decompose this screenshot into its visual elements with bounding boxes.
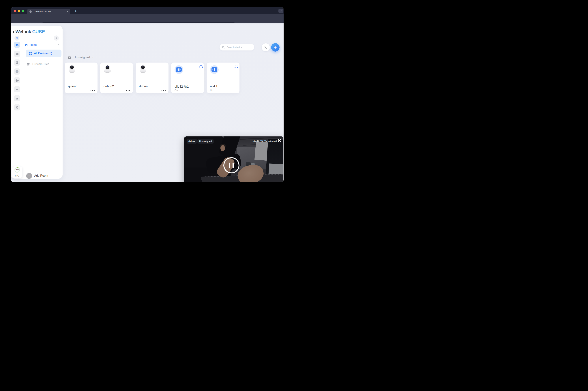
app-logo: eWeLink CUBE — [13, 29, 45, 34]
chevron-up-icon[interactable] — [57, 44, 60, 46]
docker-whale-icon — [15, 79, 19, 82]
group-label: Unassigned — [74, 56, 90, 59]
logo-product: CUBE — [32, 29, 45, 34]
minimize-window-button[interactable] — [18, 10, 20, 12]
switch-icon — [176, 67, 182, 72]
sidebar-item-home[interactable] — [14, 42, 20, 48]
network-hub-icon — [264, 45, 268, 49]
group-header-unassigned[interactable]: Unassigned ▲ — [67, 55, 94, 60]
home-icon — [25, 43, 28, 46]
device-card-camera[interactable]: dahua2 — [100, 63, 133, 93]
sidebar-item-cast[interactable]: CAST — [14, 68, 20, 75]
desktop: cube-vm-x86_64 × + ← → ↻ ⌂ ⚠ Not Secure … — [0, 0, 294, 196]
tab-close-icon[interactable]: × — [66, 10, 68, 13]
plus-icon: + — [28, 174, 30, 178]
search-device-box[interactable] — [220, 44, 254, 50]
home-icon — [15, 43, 19, 47]
device-name: uiid32-新1 — [175, 85, 189, 89]
camera-image — [139, 65, 147, 73]
logo-brand: eWeLink — [13, 29, 31, 34]
more-options-button[interactable] — [126, 90, 130, 91]
cpu-value: 6% — [12, 168, 22, 171]
menu-all-devices-label: All Devices(5) — [34, 52, 52, 55]
search-input[interactable] — [226, 46, 253, 49]
shield-signal-icon — [15, 61, 19, 64]
lab-flask-icon — [15, 97, 19, 100]
video-timestamp: 2025-01-02 16:10:58 — [253, 139, 279, 142]
pause-button[interactable] — [223, 157, 239, 173]
sidebar-item-security[interactable] — [14, 59, 20, 66]
close-window-button[interactable] — [14, 10, 16, 12]
cube-3d-icon — [15, 52, 19, 56]
device-card-switch[interactable]: uiid32-新1 On — [171, 63, 204, 93]
camera-image — [104, 65, 111, 73]
room-bag-icon — [67, 55, 72, 60]
chevron-left-icon — [55, 37, 57, 39]
sidebar-item-lab[interactable] — [14, 95, 20, 101]
page-content: eWeLink CUBE — [11, 23, 284, 182]
topology-button[interactable] — [262, 43, 270, 51]
grid-devices-icon — [28, 52, 32, 55]
menu-custom-tiles[interactable]: Custom Tiles — [26, 62, 59, 66]
chevron-down-icon — [280, 10, 282, 12]
sidebar-item-matter[interactable] — [14, 86, 20, 92]
close-player-button[interactable] — [277, 138, 282, 143]
tab-search-button[interactable] — [278, 8, 283, 13]
switch-icon — [212, 67, 217, 72]
collapse-group-icon[interactable]: ▲ — [92, 57, 94, 59]
sidebar-item-devices[interactable] — [14, 51, 20, 57]
sidebar: eWeLink CUBE — [11, 26, 63, 179]
browser-tab[interactable]: cube-vm-x86_64 × — [27, 9, 70, 14]
share-group-icon — [234, 65, 238, 69]
add-room-label[interactable]: Add Room — [34, 174, 48, 177]
network-port-icon[interactable] — [14, 36, 19, 41]
collapse-sidebar-button[interactable] — [54, 35, 59, 41]
tab-favicon-globe-icon — [29, 10, 32, 13]
menu-home-row[interactable]: Home — [25, 43, 60, 47]
close-icon — [277, 139, 281, 142]
player-device-badge: dahua — [187, 139, 197, 144]
menu-all-devices[interactable]: All Devices(5) — [26, 50, 61, 57]
device-status: On — [175, 89, 178, 92]
device-name: dahua2 — [104, 85, 114, 88]
switch-avatar — [210, 65, 219, 74]
sidebar-item-settings[interactable] — [14, 104, 20, 110]
matter-icon — [15, 88, 19, 91]
gear-icon — [15, 106, 19, 109]
search-icon — [222, 46, 225, 49]
more-options-button[interactable] — [91, 90, 95, 91]
camera-image — [68, 65, 76, 73]
browser-toolbar: ← → ↻ ⌂ ⚠ Not Secure cube.local/#/room ☆… — [11, 14, 284, 23]
camera-player[interactable]: dahua Unassigned 2025-01-02 16:10:58 IPC — [184, 136, 283, 182]
plus-icon: + — [274, 45, 277, 50]
cast-screen-icon: CAST — [15, 70, 19, 73]
device-card-camera[interactable]: qiaoan — [65, 63, 98, 93]
device-card-camera[interactable]: dahua — [136, 63, 168, 93]
custom-tiles-icon — [26, 63, 30, 66]
new-tab-button[interactable]: + — [73, 9, 78, 14]
sidebar-item-docker[interactable] — [14, 77, 20, 83]
more-options-button[interactable] — [162, 90, 166, 91]
add-device-button[interactable]: + — [271, 43, 280, 52]
device-card-switch[interactable]: uiid 1 On — [207, 63, 239, 93]
player-room-badge: Unassigned — [197, 139, 214, 144]
add-room-button[interactable]: + — [26, 173, 32, 179]
device-status: On — [210, 89, 213, 92]
cast-icon-label: CAST — [16, 71, 18, 72]
tab-strip: cube-vm-x86_64 × + — [11, 7, 284, 14]
switch-avatar — [175, 65, 183, 74]
tab-title: cube-vm-x86_64 — [34, 10, 66, 13]
share-group-icon — [199, 65, 203, 69]
menu-custom-tiles-label: Custom Tiles — [32, 63, 49, 66]
menu-home-label: Home — [30, 43, 57, 46]
device-name: uiid 1 — [210, 85, 218, 88]
device-name: qiaoan — [68, 85, 77, 88]
cpu-label: CPU — [12, 175, 22, 177]
browser-window: cube-vm-x86_64 × + ← → ↻ ⌂ ⚠ Not Secure … — [11, 7, 284, 182]
device-name: dahua — [139, 85, 148, 88]
zoom-window-button[interactable] — [22, 10, 24, 12]
cpu-usage-widget[interactable]: 6% CPU — [12, 166, 22, 178]
